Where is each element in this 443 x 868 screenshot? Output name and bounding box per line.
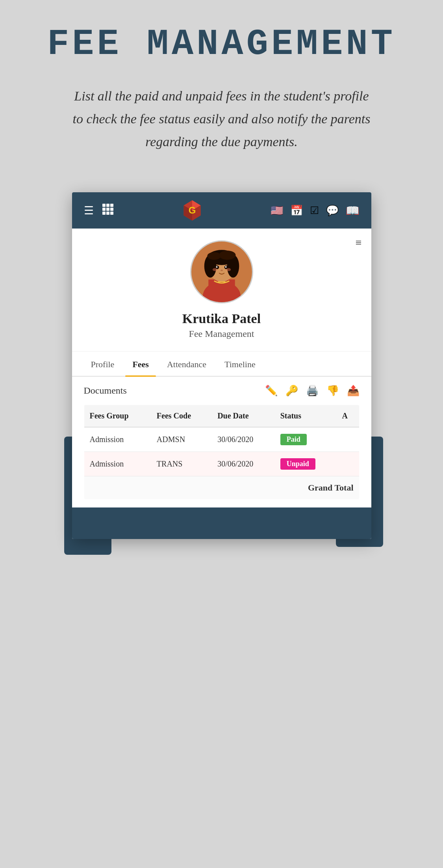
due-date-1: 30/06/2020 (212, 427, 275, 452)
svg-rect-6 (102, 212, 106, 215)
svg-point-28 (221, 270, 223, 271)
fees-code-2: TRANS (151, 452, 212, 476)
key-icon[interactable]: 🔑 (285, 385, 298, 397)
svg-rect-8 (110, 212, 113, 215)
nav-left: ☰ (84, 203, 114, 218)
fees-code-1: ADMSN (151, 427, 212, 452)
svg-rect-0 (102, 204, 106, 207)
col-header-a: A (336, 405, 359, 427)
tabs-row: Profile Fees Attendance Timeline (72, 351, 371, 377)
thumbsdown-icon[interactable]: 👎 (326, 385, 339, 397)
fees-toolbar-icons: ✏️ 🔑 🖨️ 👎 📤 (265, 385, 360, 397)
flag-icon[interactable]: 🇺🇸 (271, 204, 283, 217)
status-2: Unpaid (275, 452, 337, 476)
app-container: ☰ (72, 192, 371, 539)
svg-point-22 (207, 252, 221, 260)
whatsapp-icon[interactable]: 💬 (326, 204, 339, 217)
hero-section: FEE MANAGEMENT List all the paid and unp… (0, 0, 443, 169)
status-1: Paid (275, 427, 337, 452)
print-icon[interactable]: 🖨️ (306, 385, 319, 397)
documents-label: Documents (84, 385, 127, 396)
col-header-due-date: Due Date (212, 405, 275, 427)
grand-total-row: Grand Total (84, 476, 359, 500)
tab-fees[interactable]: Fees (125, 351, 156, 376)
calendar-icon[interactable]: 📅 (290, 204, 303, 217)
bottom-bar (72, 507, 371, 539)
table-header-row: Fees Group Fees Code Due Date Status A (84, 405, 359, 427)
svg-rect-4 (106, 208, 109, 211)
check-icon[interactable]: ☑ (310, 204, 319, 217)
svg-rect-5 (110, 208, 113, 211)
hamburger-icon[interactable]: ☰ (84, 204, 94, 217)
profile-subtitle: Fee Management (88, 329, 356, 339)
table-row: Admission TRANS 30/06/2020 Unpaid (84, 452, 359, 476)
edit-icon[interactable]: ✏️ (265, 385, 278, 397)
action-2 (336, 452, 359, 476)
fees-group-1: Admission (84, 427, 151, 452)
tab-profile[interactable]: Profile (84, 351, 122, 376)
profile-menu-icon[interactable]: ≡ (356, 236, 362, 249)
fees-group-2: Admission (84, 452, 151, 476)
hero-title: FEE MANAGEMENT (32, 24, 411, 65)
col-header-status: Status (275, 405, 337, 427)
grid-icon[interactable] (102, 203, 114, 218)
col-header-fees-code: Fees Code (151, 405, 212, 427)
col-header-fees-group: Fees Group (84, 405, 151, 427)
fees-toolbar: Documents ✏️ 🔑 🖨️ 👎 📤 (84, 385, 360, 397)
content-area: ≡ (72, 229, 371, 507)
book-icon[interactable]: 📖 (346, 204, 360, 217)
fees-table: Fees Group Fees Code Due Date Status A A… (84, 405, 360, 500)
due-date-2: 30/06/2020 (212, 452, 275, 476)
nav-bar: ☰ (72, 192, 371, 229)
svg-rect-1 (106, 204, 109, 207)
svg-rect-7 (106, 212, 109, 215)
hero-description: List all the paid and unpaid fees in the… (68, 85, 375, 153)
tab-attendance[interactable]: Attendance (160, 351, 213, 376)
svg-point-27 (225, 266, 226, 268)
app-logo: G (180, 199, 204, 222)
svg-text:G: G (189, 205, 196, 216)
table-row: Admission ADMSN 30/06/2020 Paid (84, 427, 359, 452)
paid-badge: Paid (280, 434, 307, 445)
action-1 (336, 427, 359, 452)
svg-rect-31 (218, 281, 225, 282)
grand-total-label: Grand Total (84, 476, 359, 500)
svg-point-23 (219, 251, 235, 260)
svg-rect-3 (102, 208, 106, 211)
app-frame: ☰ (72, 192, 371, 539)
fees-section: Documents ✏️ 🔑 🖨️ 👎 📤 Fees Group Fees Co… (72, 377, 371, 507)
avatar (190, 240, 253, 303)
profile-card: ≡ (72, 229, 371, 351)
profile-name: Krutika Patel (88, 311, 356, 326)
svg-point-26 (216, 266, 217, 268)
tab-timeline[interactable]: Timeline (217, 351, 263, 376)
svg-rect-2 (110, 204, 113, 207)
nav-right: 🇺🇸 📅 ☑ 💬 📖 (271, 204, 360, 217)
unpaid-badge: Unpaid (280, 458, 315, 470)
send-icon[interactable]: 📤 (347, 385, 360, 397)
svg-point-29 (212, 268, 217, 271)
svg-point-30 (226, 268, 231, 271)
